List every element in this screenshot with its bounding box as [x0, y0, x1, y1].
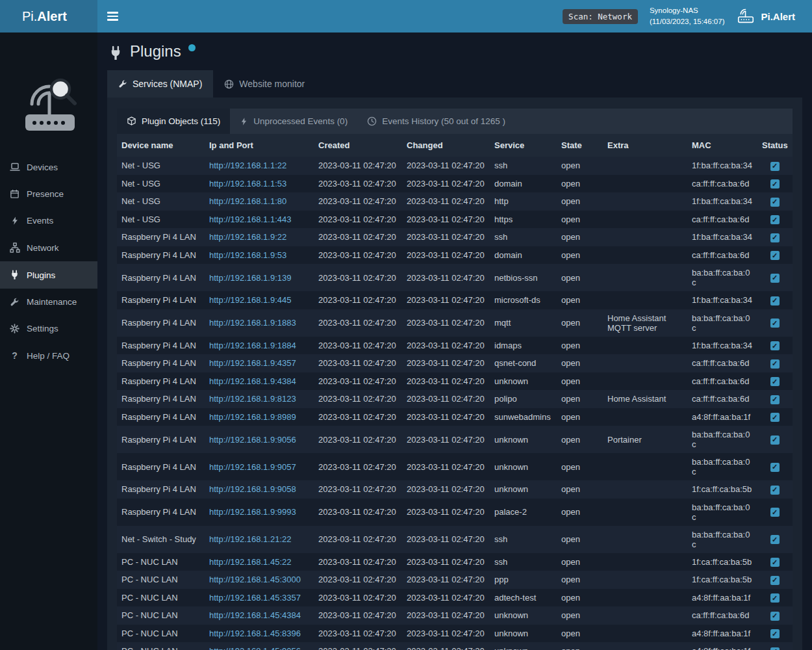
- ip-port-link[interactable]: http://192.168.1.45:22: [209, 557, 292, 567]
- navbar-right: Scan: Network Synology-NAS (11/03/2023, …: [563, 5, 804, 27]
- ip-port-link[interactable]: http://192.168.1.9:139: [209, 273, 292, 283]
- status-checkbox[interactable]: ✓: [770, 274, 780, 283]
- sidebar-item-presence[interactable]: Presence: [0, 181, 97, 207]
- status-checkbox[interactable]: ✓: [770, 251, 780, 260]
- status-checkbox[interactable]: ✓: [770, 593, 780, 603]
- table-row: Raspberry Pi 4 LANhttp://192.168.1.9:905…: [117, 453, 793, 480]
- created-cell: 2023-03-11 02:47:20: [314, 390, 402, 408]
- ip-port-link[interactable]: http://192.168.1.9:9056: [209, 435, 296, 445]
- tab-website-monitor[interactable]: Website monitor: [213, 70, 316, 98]
- mac-cell: ba:ba:ff:ca:ba:0c: [687, 453, 757, 480]
- status-checkbox[interactable]: ✓: [770, 179, 780, 188]
- top-header-bar: Pi.Alert Scan: Network Synology-NAS (11/…: [0, 0, 812, 32]
- ip-port-link[interactable]: http://192.168.1.1:80: [209, 196, 286, 206]
- ip-port-link[interactable]: http://192.168.1.45:9056: [209, 646, 301, 650]
- sidebar-item-events[interactable]: Events: [0, 207, 97, 234]
- ip-port-link[interactable]: http://192.168.1.1:53: [209, 179, 286, 188]
- created-cell: 2023-03-11 02:47:20: [314, 175, 402, 193]
- ip-port-link[interactable]: http://192.168.1.9:8989: [209, 412, 296, 422]
- status-checkbox[interactable]: ✓: [770, 198, 780, 207]
- service-cell: unknown: [490, 372, 557, 391]
- device-name-cell: Raspberry Pi 4 LAN: [117, 337, 205, 355]
- created-cell: 2023-03-11 02:47:20: [314, 337, 402, 355]
- ip-port-link[interactable]: http://192.168.1.1:443: [209, 214, 292, 224]
- created-cell: 2023-03-11 02:47:20: [314, 246, 402, 265]
- status-checkbox[interactable]: ✓: [770, 215, 780, 224]
- tab-unprocessed-events[interactable]: Unprocessed Events (0): [230, 109, 357, 134]
- device-name-cell: Net - USG: [117, 175, 205, 193]
- created-cell: 2023-03-11 02:47:20: [314, 192, 402, 211]
- ip-port-link[interactable]: http://192.168.1.45:4384: [209, 610, 301, 620]
- ip-port-link[interactable]: http://192.168.1.9:9057: [209, 462, 296, 472]
- ip-port-link[interactable]: http://192.168.1.45:3000: [209, 575, 301, 584]
- sidebar-item-help-faq[interactable]: ? Help / FAQ: [0, 342, 97, 369]
- ip-port-link[interactable]: http://192.168.1.9:22: [209, 232, 286, 242]
- status-checkbox[interactable]: ✓: [770, 359, 780, 369]
- tab-plugin-objects[interactable]: Plugin Objects (115): [117, 109, 230, 134]
- tab-events-history[interactable]: Events History (50 out of 1265 ): [357, 109, 515, 134]
- status-checkbox[interactable]: ✓: [770, 162, 780, 171]
- sidebar-toggle-button[interactable]: [97, 0, 127, 32]
- ip-port-link[interactable]: http://192.168.1.9:445: [209, 295, 292, 305]
- status-checkbox[interactable]: ✓: [770, 395, 780, 404]
- status-checkbox[interactable]: ✓: [770, 486, 780, 495]
- status-checkbox[interactable]: ✓: [770, 377, 780, 386]
- extra-cell: Portainer: [603, 426, 687, 453]
- ip-port-link[interactable]: http://192.168.1.9:53: [209, 250, 286, 260]
- status-checkbox[interactable]: ✓: [770, 647, 780, 650]
- brand-right-label: Pi.Alert: [761, 11, 795, 22]
- extra-cell: [603, 337, 687, 355]
- ip-port-link[interactable]: http://192.168.1.9:1884: [209, 341, 296, 350]
- ip-port-cell: http://192.168.1.9:1883: [205, 309, 314, 337]
- sidebar-item-maintenance[interactable]: Maintenance: [0, 289, 97, 315]
- status-checkbox[interactable]: ✓: [770, 233, 780, 242]
- status-checkbox[interactable]: ✓: [770, 413, 780, 422]
- ip-port-link[interactable]: http://192.168.1.1:22: [209, 161, 286, 170]
- device-name-cell: Raspberry Pi 4 LAN: [117, 354, 205, 372]
- service-cell: domain: [490, 175, 557, 193]
- status-checkbox[interactable]: ✓: [770, 558, 780, 567]
- plugin-objects-table: Device nameIp and PortCreatedChangedServ…: [117, 134, 793, 650]
- ip-port-link[interactable]: http://192.168.1.9:4384: [209, 376, 296, 386]
- status-checkbox[interactable]: ✓: [770, 535, 780, 544]
- sidebar-item-plugins[interactable]: Plugins: [0, 261, 97, 289]
- device-name-cell: Raspberry Pi 4 LAN: [117, 228, 205, 246]
- sidebar-item-devices[interactable]: Devices: [0, 153, 97, 181]
- extra-cell: [603, 228, 687, 246]
- ip-port-link[interactable]: http://192.168.1.45:3357: [209, 593, 301, 603]
- status-checkbox[interactable]: ✓: [770, 508, 780, 517]
- changed-cell: 2023-03-11 02:47:20: [402, 589, 490, 607]
- ip-port-link[interactable]: http://192.168.1.9:9993: [209, 507, 296, 517]
- table-row: PC - NUC LANhttp://192.168.1.45:83962023…: [117, 625, 793, 643]
- tab-services-nmap[interactable]: Services (NMAP): [107, 70, 213, 98]
- mac-cell: ca:ff:ff:ca:ba:6d: [687, 246, 757, 265]
- nas-name: Synology-NAS: [650, 5, 725, 16]
- status-checkbox[interactable]: ✓: [770, 436, 780, 445]
- status-checkbox[interactable]: ✓: [770, 341, 780, 350]
- state-cell: open: [557, 309, 603, 337]
- mac-cell: ba:ba:ff:ca:ba:0c: [687, 264, 757, 291]
- table-row: Raspberry Pi 4 LANhttp://192.168.1.9:222…: [117, 228, 793, 246]
- ip-port-link[interactable]: http://192.168.1.9:9058: [209, 484, 296, 494]
- sidebar-item-network[interactable]: Network: [0, 234, 97, 261]
- device-name-cell: Raspberry Pi 4 LAN: [117, 246, 205, 265]
- state-cell: open: [557, 264, 603, 291]
- ip-port-link[interactable]: http://192.168.1.9:8123: [209, 394, 296, 404]
- brand-prefix: Pi.: [22, 9, 37, 24]
- status-checkbox[interactable]: ✓: [770, 612, 780, 621]
- ip-port-link[interactable]: http://192.168.1.21:22: [209, 534, 292, 544]
- status-checkbox[interactable]: ✓: [770, 463, 780, 472]
- ip-port-link[interactable]: http://192.168.1.9:1883: [209, 318, 296, 328]
- status-checkbox[interactable]: ✓: [770, 576, 780, 585]
- service-cell: unknown: [490, 606, 557, 625]
- sidebar-item-settings[interactable]: Settings: [0, 315, 97, 342]
- changed-cell: 2023-03-11 02:47:20: [402, 606, 490, 625]
- service-cell: domain: [490, 246, 557, 265]
- status-checkbox[interactable]: ✓: [770, 296, 780, 306]
- status-checkbox[interactable]: ✓: [770, 318, 780, 328]
- ip-port-link[interactable]: http://192.168.1.45:8396: [209, 629, 301, 638]
- sidebar-item-label: Devices: [27, 162, 58, 172]
- ip-port-link[interactable]: http://192.168.1.9:4357: [209, 358, 296, 368]
- service-cell: ssh: [490, 553, 557, 571]
- status-checkbox[interactable]: ✓: [770, 629, 780, 638]
